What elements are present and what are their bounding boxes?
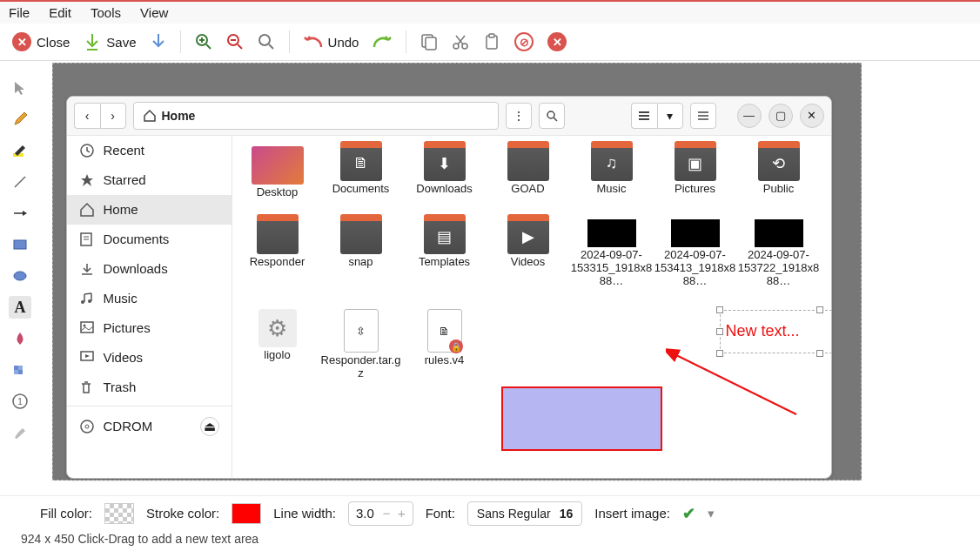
- search-button[interactable]: [539, 103, 565, 129]
- svg-rect-24: [14, 370, 18, 374]
- fm-header: ‹ › Home ⋮ ▾ —: [67, 97, 831, 136]
- file-grid[interactable]: Desktop🗎Documents⬇DownloadsGOAD♫Music▣Pi…: [232, 136, 831, 479]
- minimize-window[interactable]: —: [737, 104, 762, 128]
- sidebar-item-documents[interactable]: Documents: [67, 225, 232, 254]
- close-window[interactable]: ✕: [800, 104, 824, 128]
- close-icon: ✕: [12, 32, 31, 51]
- fm-sidebar: RecentStarredHomeDocumentsDownloadsMusic…: [67, 136, 232, 479]
- zoom-out-button[interactable]: [221, 30, 249, 54]
- file-item[interactable]: 2024-09-07-153722_1918x888…: [737, 219, 821, 288]
- hamburger-menu[interactable]: [690, 103, 716, 129]
- cut-button[interactable]: [446, 30, 474, 54]
- brush-tool[interactable]: [9, 421, 31, 444]
- sidebar-item-pictures[interactable]: Pictures: [67, 313, 232, 343]
- delete-button[interactable]: ✕: [542, 29, 572, 55]
- menu-view[interactable]: View: [140, 5, 168, 20]
- file-item[interactable]: 2024-09-07-153315_1918x888…: [570, 219, 654, 288]
- copy-button[interactable]: [415, 30, 443, 54]
- file-item[interactable]: ⚙ligolo: [236, 309, 319, 380]
- svg-rect-23: [18, 366, 23, 370]
- zoom-out-icon: [226, 33, 244, 50]
- nav-forward[interactable]: ›: [100, 103, 126, 129]
- sidebar-item-recent[interactable]: Recent: [67, 136, 232, 165]
- canvas[interactable]: ‹ › Home ⋮ ▾ —: [52, 63, 862, 480]
- svg-point-46: [85, 425, 89, 428]
- close-button[interactable]: ✕ Close: [7, 29, 75, 55]
- file-item[interactable]: ⟲Public: [737, 146, 821, 199]
- stroke-color-swatch[interactable]: [232, 503, 261, 524]
- rect-tool[interactable]: [9, 233, 31, 256]
- list-view-button[interactable]: [631, 103, 657, 129]
- sidebar-item-videos[interactable]: Videos: [67, 343, 232, 373]
- pixelate-tool[interactable]: [9, 359, 31, 381]
- export-button[interactable]: [145, 29, 171, 55]
- path-bar[interactable]: Home: [133, 102, 499, 130]
- paste-button[interactable]: [478, 30, 506, 54]
- delete-icon: ✕: [547, 32, 567, 51]
- fill-color-swatch[interactable]: [104, 503, 134, 524]
- svg-rect-42: [81, 322, 93, 333]
- maximize-window[interactable]: ▢: [769, 104, 793, 128]
- file-item[interactable]: ▣Pictures: [654, 146, 737, 199]
- copy-icon: [420, 33, 438, 50]
- save-button[interactable]: Save: [78, 29, 141, 55]
- menu-tools[interactable]: Tools: [91, 5, 121, 20]
- svg-point-21: [14, 272, 26, 280]
- ellipse-tool[interactable]: [9, 265, 31, 287]
- font-label: Font:: [426, 506, 455, 521]
- file-item[interactable]: ▶Videos: [487, 219, 570, 288]
- linewidth-label: Line width:: [273, 506, 336, 521]
- counter-tool[interactable]: 1: [9, 390, 31, 413]
- svg-point-28: [547, 111, 554, 118]
- file-item[interactable]: ⬇Downloads: [403, 146, 487, 199]
- sidebar-item-trash[interactable]: Trash: [67, 373, 232, 402]
- line-tool[interactable]: [9, 171, 31, 193]
- svg-rect-22: [14, 366, 18, 370]
- redo-button[interactable]: [367, 31, 397, 52]
- pointer-tool[interactable]: [9, 77, 31, 99]
- sidebar-item-downloads[interactable]: Downloads: [67, 254, 232, 284]
- file-item[interactable]: 2024-09-07-153413_1918x888…: [654, 219, 737, 288]
- svg-line-29: [554, 118, 557, 121]
- insert-image-dropdown[interactable]: ▾: [708, 506, 715, 521]
- file-item[interactable]: ▤Templates: [403, 219, 487, 288]
- no-entry-button[interactable]: ⊘: [509, 29, 539, 55]
- pencil-tool[interactable]: [9, 108, 31, 131]
- undo-button[interactable]: Undo: [299, 31, 365, 53]
- location-options[interactable]: ⋮: [506, 103, 532, 129]
- stroke-color-label: Stroke color:: [146, 506, 219, 521]
- file-item[interactable]: snap: [319, 219, 403, 288]
- zoom-in-button[interactable]: [190, 30, 218, 54]
- file-item[interactable]: Desktop: [236, 146, 319, 199]
- zoom-fit-button[interactable]: [252, 30, 280, 54]
- insert-image-confirm[interactable]: ✔: [682, 504, 695, 523]
- sidebar-item-cdrom[interactable]: CDROM⏏: [67, 410, 232, 443]
- arrow-tool[interactable]: [9, 202, 31, 225]
- file-item[interactable]: ⇳Responder.tar.gz: [319, 309, 403, 380]
- home-icon: [143, 109, 157, 123]
- file-item[interactable]: Responder: [236, 219, 319, 288]
- sidebar-item-starred[interactable]: Starred: [67, 165, 232, 195]
- svg-point-40: [81, 300, 84, 304]
- text-tool[interactable]: A: [9, 296, 31, 319]
- linewidth-spinner[interactable]: 3.0 − +: [348, 501, 413, 526]
- menu-file[interactable]: File: [9, 5, 30, 20]
- fill-color-label: Fill color:: [40, 506, 92, 521]
- menu-edit[interactable]: Edit: [49, 5, 71, 20]
- file-item[interactable]: 🗎🔒rules.v4: [403, 309, 487, 380]
- tool-strip: A 1: [0, 61, 40, 479]
- menubar: File Edit Tools View: [0, 2, 980, 24]
- font-chooser[interactable]: Sans Regular 16: [467, 501, 582, 526]
- blur-tool[interactable]: [9, 327, 31, 350]
- eject-icon[interactable]: ⏏: [200, 417, 219, 436]
- file-item[interactable]: ♫Music: [570, 146, 654, 199]
- nav-back[interactable]: ‹: [74, 103, 100, 129]
- file-item[interactable]: GOAD: [487, 146, 570, 199]
- file-item[interactable]: 🗎Documents: [319, 146, 403, 199]
- svg-point-7: [259, 35, 270, 45]
- sidebar-item-music[interactable]: Music: [67, 284, 232, 313]
- rectangle-annotation: [501, 386, 662, 451]
- sidebar-item-home[interactable]: Home: [67, 195, 232, 225]
- highlighter-tool[interactable]: [9, 139, 31, 162]
- view-dropdown[interactable]: ▾: [657, 103, 683, 129]
